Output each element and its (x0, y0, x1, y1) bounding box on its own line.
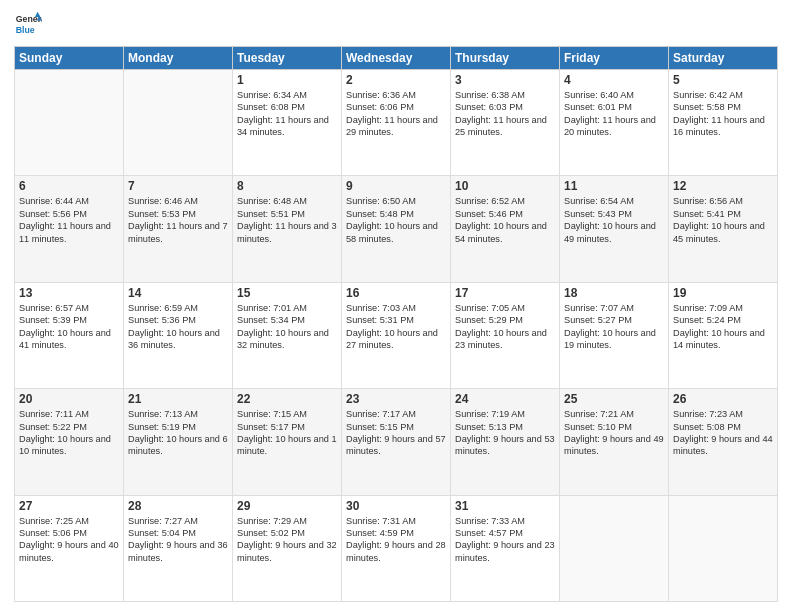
cell-info: Sunrise: 7:21 AMSunset: 5:10 PMDaylight:… (564, 408, 664, 458)
calendar-cell: 13Sunrise: 6:57 AMSunset: 5:39 PMDayligh… (15, 282, 124, 388)
day-number: 13 (19, 286, 119, 300)
calendar-week-3: 13Sunrise: 6:57 AMSunset: 5:39 PMDayligh… (15, 282, 778, 388)
calendar-table: SundayMondayTuesdayWednesdayThursdayFrid… (14, 46, 778, 602)
day-number: 12 (673, 179, 773, 193)
cell-info: Sunrise: 6:54 AMSunset: 5:43 PMDaylight:… (564, 195, 664, 245)
calendar-cell: 4Sunrise: 6:40 AMSunset: 6:01 PMDaylight… (560, 70, 669, 176)
day-header-wednesday: Wednesday (342, 47, 451, 70)
day-number: 6 (19, 179, 119, 193)
day-number: 17 (455, 286, 555, 300)
calendar-header-row: SundayMondayTuesdayWednesdayThursdayFrid… (15, 47, 778, 70)
calendar-cell: 11Sunrise: 6:54 AMSunset: 5:43 PMDayligh… (560, 176, 669, 282)
cell-info: Sunrise: 6:59 AMSunset: 5:36 PMDaylight:… (128, 302, 228, 352)
cell-info: Sunrise: 6:57 AMSunset: 5:39 PMDaylight:… (19, 302, 119, 352)
day-number: 7 (128, 179, 228, 193)
day-number: 18 (564, 286, 664, 300)
cell-info: Sunrise: 6:36 AMSunset: 6:06 PMDaylight:… (346, 89, 446, 139)
calendar-cell: 27Sunrise: 7:25 AMSunset: 5:06 PMDayligh… (15, 495, 124, 601)
calendar-cell: 20Sunrise: 7:11 AMSunset: 5:22 PMDayligh… (15, 389, 124, 495)
cell-info: Sunrise: 6:38 AMSunset: 6:03 PMDaylight:… (455, 89, 555, 139)
calendar-cell: 8Sunrise: 6:48 AMSunset: 5:51 PMDaylight… (233, 176, 342, 282)
cell-info: Sunrise: 7:27 AMSunset: 5:04 PMDaylight:… (128, 515, 228, 565)
calendar-cell (669, 495, 778, 601)
calendar-cell: 30Sunrise: 7:31 AMSunset: 4:59 PMDayligh… (342, 495, 451, 601)
logo-icon: General Blue (14, 10, 42, 38)
calendar-cell: 19Sunrise: 7:09 AMSunset: 5:24 PMDayligh… (669, 282, 778, 388)
calendar-cell: 28Sunrise: 7:27 AMSunset: 5:04 PMDayligh… (124, 495, 233, 601)
calendar-cell: 17Sunrise: 7:05 AMSunset: 5:29 PMDayligh… (451, 282, 560, 388)
day-number: 20 (19, 392, 119, 406)
logo: General Blue (14, 10, 46, 38)
calendar-cell: 14Sunrise: 6:59 AMSunset: 5:36 PMDayligh… (124, 282, 233, 388)
calendar-cell: 24Sunrise: 7:19 AMSunset: 5:13 PMDayligh… (451, 389, 560, 495)
calendar-cell (124, 70, 233, 176)
cell-info: Sunrise: 6:56 AMSunset: 5:41 PMDaylight:… (673, 195, 773, 245)
calendar-cell: 31Sunrise: 7:33 AMSunset: 4:57 PMDayligh… (451, 495, 560, 601)
day-header-tuesday: Tuesday (233, 47, 342, 70)
calendar-cell: 18Sunrise: 7:07 AMSunset: 5:27 PMDayligh… (560, 282, 669, 388)
calendar-cell: 7Sunrise: 6:46 AMSunset: 5:53 PMDaylight… (124, 176, 233, 282)
day-header-sunday: Sunday (15, 47, 124, 70)
day-number: 8 (237, 179, 337, 193)
day-number: 4 (564, 73, 664, 87)
cell-info: Sunrise: 6:48 AMSunset: 5:51 PMDaylight:… (237, 195, 337, 245)
cell-info: Sunrise: 7:25 AMSunset: 5:06 PMDaylight:… (19, 515, 119, 565)
calendar-cell (560, 495, 669, 601)
calendar-cell: 23Sunrise: 7:17 AMSunset: 5:15 PMDayligh… (342, 389, 451, 495)
calendar-cell: 5Sunrise: 6:42 AMSunset: 5:58 PMDaylight… (669, 70, 778, 176)
calendar-cell: 29Sunrise: 7:29 AMSunset: 5:02 PMDayligh… (233, 495, 342, 601)
cell-info: Sunrise: 7:11 AMSunset: 5:22 PMDaylight:… (19, 408, 119, 458)
calendar-cell: 16Sunrise: 7:03 AMSunset: 5:31 PMDayligh… (342, 282, 451, 388)
day-number: 5 (673, 73, 773, 87)
day-number: 1 (237, 73, 337, 87)
calendar-cell: 1Sunrise: 6:34 AMSunset: 6:08 PMDaylight… (233, 70, 342, 176)
calendar-week-5: 27Sunrise: 7:25 AMSunset: 5:06 PMDayligh… (15, 495, 778, 601)
day-number: 3 (455, 73, 555, 87)
day-number: 23 (346, 392, 446, 406)
day-number: 21 (128, 392, 228, 406)
cell-info: Sunrise: 7:17 AMSunset: 5:15 PMDaylight:… (346, 408, 446, 458)
calendar-cell: 15Sunrise: 7:01 AMSunset: 5:34 PMDayligh… (233, 282, 342, 388)
cell-info: Sunrise: 7:03 AMSunset: 5:31 PMDaylight:… (346, 302, 446, 352)
day-number: 10 (455, 179, 555, 193)
cell-info: Sunrise: 7:05 AMSunset: 5:29 PMDaylight:… (455, 302, 555, 352)
calendar-week-4: 20Sunrise: 7:11 AMSunset: 5:22 PMDayligh… (15, 389, 778, 495)
calendar-cell: 22Sunrise: 7:15 AMSunset: 5:17 PMDayligh… (233, 389, 342, 495)
day-number: 24 (455, 392, 555, 406)
day-header-saturday: Saturday (669, 47, 778, 70)
cell-info: Sunrise: 7:23 AMSunset: 5:08 PMDaylight:… (673, 408, 773, 458)
cell-info: Sunrise: 7:29 AMSunset: 5:02 PMDaylight:… (237, 515, 337, 565)
cell-info: Sunrise: 7:07 AMSunset: 5:27 PMDaylight:… (564, 302, 664, 352)
cell-info: Sunrise: 6:46 AMSunset: 5:53 PMDaylight:… (128, 195, 228, 245)
cell-info: Sunrise: 6:44 AMSunset: 5:56 PMDaylight:… (19, 195, 119, 245)
day-number: 22 (237, 392, 337, 406)
day-number: 16 (346, 286, 446, 300)
cell-info: Sunrise: 7:09 AMSunset: 5:24 PMDaylight:… (673, 302, 773, 352)
calendar-cell: 21Sunrise: 7:13 AMSunset: 5:19 PMDayligh… (124, 389, 233, 495)
day-number: 25 (564, 392, 664, 406)
calendar-cell: 25Sunrise: 7:21 AMSunset: 5:10 PMDayligh… (560, 389, 669, 495)
day-number: 28 (128, 499, 228, 513)
day-number: 30 (346, 499, 446, 513)
calendar-cell: 10Sunrise: 6:52 AMSunset: 5:46 PMDayligh… (451, 176, 560, 282)
calendar-week-1: 1Sunrise: 6:34 AMSunset: 6:08 PMDaylight… (15, 70, 778, 176)
day-header-friday: Friday (560, 47, 669, 70)
calendar-cell (15, 70, 124, 176)
cell-info: Sunrise: 7:33 AMSunset: 4:57 PMDaylight:… (455, 515, 555, 565)
calendar-week-2: 6Sunrise: 6:44 AMSunset: 5:56 PMDaylight… (15, 176, 778, 282)
day-header-thursday: Thursday (451, 47, 560, 70)
day-number: 9 (346, 179, 446, 193)
day-number: 19 (673, 286, 773, 300)
cell-info: Sunrise: 7:19 AMSunset: 5:13 PMDaylight:… (455, 408, 555, 458)
calendar-cell: 6Sunrise: 6:44 AMSunset: 5:56 PMDaylight… (15, 176, 124, 282)
cell-info: Sunrise: 7:31 AMSunset: 4:59 PMDaylight:… (346, 515, 446, 565)
cell-info: Sunrise: 7:15 AMSunset: 5:17 PMDaylight:… (237, 408, 337, 458)
calendar-cell: 2Sunrise: 6:36 AMSunset: 6:06 PMDaylight… (342, 70, 451, 176)
day-number: 14 (128, 286, 228, 300)
calendar-cell: 9Sunrise: 6:50 AMSunset: 5:48 PMDaylight… (342, 176, 451, 282)
day-header-monday: Monday (124, 47, 233, 70)
page: General Blue SundayMondayTuesdayWednesda… (0, 0, 792, 612)
day-number: 2 (346, 73, 446, 87)
day-number: 26 (673, 392, 773, 406)
cell-info: Sunrise: 6:34 AMSunset: 6:08 PMDaylight:… (237, 89, 337, 139)
